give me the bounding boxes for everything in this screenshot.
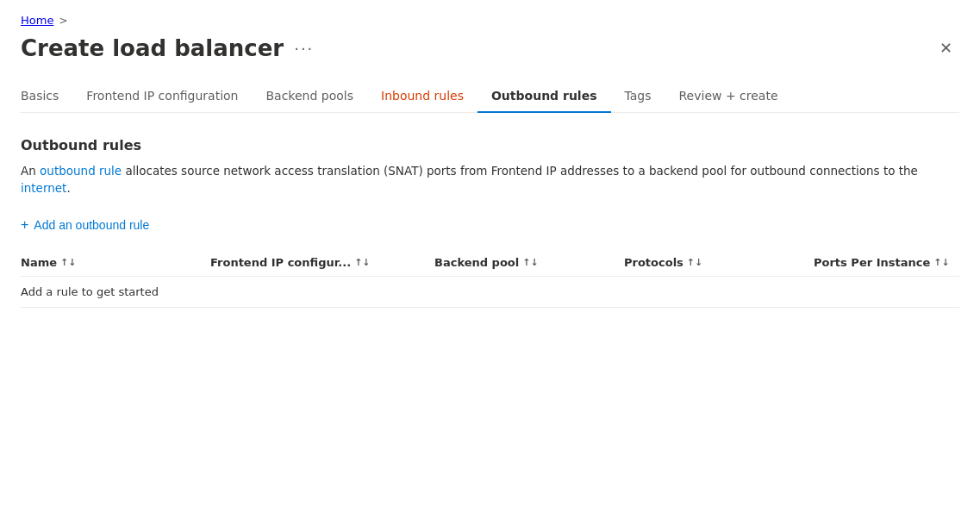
tab-tags[interactable]: Tags bbox=[611, 82, 665, 113]
tab-inbound-rules[interactable]: Inbound rules bbox=[367, 82, 478, 113]
plus-icon: + bbox=[21, 218, 28, 232]
close-button[interactable]: ✕ bbox=[933, 37, 959, 59]
tab-basics[interactable]: Basics bbox=[21, 82, 72, 113]
col-header-frontend-ip[interactable]: Frontend IP configur... ↑↓ bbox=[210, 256, 434, 269]
breadcrumb: Home > bbox=[21, 14, 959, 27]
col-header-backend-pool[interactable]: Backend pool ↑↓ bbox=[434, 256, 624, 269]
breadcrumb-home[interactable]: Home bbox=[21, 14, 53, 27]
sort-icon-backend-pool: ↑↓ bbox=[522, 257, 538, 268]
desc-end: . bbox=[66, 181, 70, 195]
empty-row-label: Add a rule to get started bbox=[21, 285, 210, 298]
more-options-icon[interactable]: ··· bbox=[294, 40, 314, 58]
page-container: Home > Create load balancer ··· ✕ Basics… bbox=[0, 0, 980, 328]
nav-tabs: Basics Frontend IP configuration Backend… bbox=[21, 82, 959, 113]
col-header-protocols[interactable]: Protocols ↑↓ bbox=[624, 256, 814, 269]
desc-text1: An bbox=[21, 164, 40, 178]
header-row: Create load balancer ··· ✕ bbox=[21, 35, 959, 61]
section-title: Outbound rules bbox=[21, 137, 959, 153]
page-title: Create load balancer bbox=[21, 35, 284, 61]
breadcrumb-separator: > bbox=[59, 15, 67, 27]
add-outbound-rule-button[interactable]: + Add an outbound rule bbox=[21, 215, 149, 235]
tab-review-create[interactable]: Review + create bbox=[665, 82, 792, 113]
tab-frontend-ip[interactable]: Frontend IP configuration bbox=[72, 82, 252, 113]
add-outbound-rule-label: Add an outbound rule bbox=[34, 218, 149, 232]
sort-icon-ports: ↑↓ bbox=[933, 257, 949, 268]
table-empty-row: Add a rule to get started bbox=[21, 277, 959, 308]
page-title-row: Create load balancer ··· bbox=[21, 35, 314, 61]
internet-link[interactable]: internet bbox=[21, 181, 66, 195]
sort-icon-protocols: ↑↓ bbox=[687, 257, 702, 268]
section-description: An outbound rule allocates source networ… bbox=[21, 162, 952, 197]
tab-outbound-rules[interactable]: Outbound rules bbox=[478, 82, 611, 113]
desc-text2: allocates source network access translat… bbox=[122, 164, 918, 178]
table-header: Name ↑↓ Frontend IP configur... ↑↓ Backe… bbox=[21, 256, 959, 277]
outbound-rule-link[interactable]: outbound rule bbox=[40, 164, 122, 178]
sort-icon-name: ↑↓ bbox=[60, 257, 76, 268]
col-header-ports[interactable]: Ports Per Instance ↑↓ bbox=[814, 256, 959, 269]
tab-backend-pools[interactable]: Backend pools bbox=[252, 82, 367, 113]
table-container: Name ↑↓ Frontend IP configur... ↑↓ Backe… bbox=[21, 256, 959, 308]
sort-icon-frontend-ip: ↑↓ bbox=[354, 257, 370, 268]
col-header-name[interactable]: Name ↑↓ bbox=[21, 256, 210, 269]
